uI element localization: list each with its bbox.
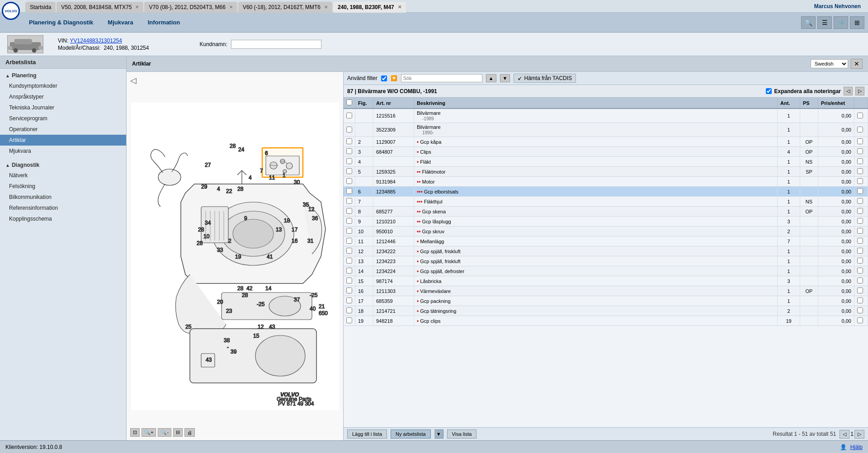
customer-name-input[interactable] — [231, 40, 321, 49]
zoom-reset-btn[interactable]: ⊟ — [173, 428, 183, 437]
row-add-cell[interactable] — [854, 306, 868, 316]
sidebar-item-artiklar[interactable]: Artiklar — [0, 135, 126, 146]
row-add-cell[interactable] — [854, 246, 868, 256]
table-row[interactable]: 17 685359 • Gcp packning 1 0,00 — [344, 296, 868, 306]
sidebar-item-operationer[interactable]: Operationer — [0, 124, 126, 135]
row-add-checkbox[interactable] — [857, 238, 863, 244]
row-add-checkbox[interactable] — [857, 113, 863, 118]
table-row[interactable]: 7 ••• Fläkthjul 1 NS 0,00 — [344, 197, 868, 207]
search-input[interactable] — [401, 74, 482, 82]
row-checkbox[interactable] — [346, 307, 352, 313]
row-checkbox-cell[interactable] — [344, 256, 355, 266]
row-checkbox[interactable] — [346, 317, 352, 323]
row-add-cell[interactable] — [854, 226, 868, 236]
row-checkbox[interactable] — [346, 297, 352, 303]
row-checkbox-cell[interactable] — [344, 266, 355, 276]
row-checkbox-cell[interactable] — [344, 177, 355, 187]
row-checkbox[interactable] — [346, 198, 352, 204]
row-checkbox[interactable] — [346, 148, 352, 154]
nav-mjukvara[interactable]: Mjukvara — [104, 17, 137, 28]
sidebar-item-natverk[interactable]: Nätverk — [0, 170, 126, 181]
tab-startsida[interactable]: Startsida — [25, 2, 56, 13]
row-checkbox-cell[interactable] — [344, 246, 355, 256]
row-checkbox-cell[interactable] — [344, 316, 355, 326]
row-checkbox-cell[interactable] — [344, 187, 355, 197]
row-checkbox-cell[interactable] — [344, 167, 355, 177]
table-row[interactable]: 3522309 Bilvärmare1990- 1 0,00 — [344, 123, 868, 137]
row-checkbox[interactable] — [346, 278, 352, 283]
row-add-cell[interactable] — [854, 266, 868, 276]
zoom-in-btn[interactable]: 🔍+ — [142, 428, 156, 437]
row-add-checkbox[interactable] — [857, 168, 863, 174]
row-add-checkbox[interactable] — [857, 198, 863, 204]
row-add-cell[interactable] — [854, 109, 868, 123]
row-add-cell[interactable] — [854, 286, 868, 296]
row-checkbox-cell[interactable] — [344, 207, 355, 217]
zoom-fit-btn[interactable]: ⊡ — [130, 428, 140, 437]
row-add-checkbox[interactable] — [857, 178, 863, 184]
table-row[interactable]: 9 1210210 •• Gcp låsplugg 3 0,00 — [344, 217, 868, 226]
nav-next-btn[interactable]: ▷ — [855, 87, 864, 95]
row-checkbox-cell[interactable] — [344, 217, 355, 226]
row-add-cell[interactable] — [854, 123, 868, 137]
menu-icon[interactable]: ☰ — [817, 16, 832, 29]
row-checkbox[interactable] — [346, 268, 352, 274]
prev-page-btn[interactable]: ◁ — [840, 430, 849, 439]
row-add-checkbox[interactable] — [857, 127, 863, 132]
table-row[interactable]: 10 950010 •• Gcp skruv 2 0,00 — [344, 226, 868, 236]
nav-information[interactable]: Information — [144, 17, 184, 28]
table-row[interactable]: 3 684807 • Clips 4 OP 0,00 — [344, 147, 868, 157]
row-add-checkbox[interactable] — [857, 228, 863, 234]
table-row[interactable]: 14 1234224 • Gcp spjäll, defroster 1 0,0… — [344, 266, 868, 276]
sidebar-item-serviceprogram[interactable]: Serviceprogram — [0, 113, 126, 124]
table-row[interactable]: 1215516 Bilvärmare-1989 1 0,00 — [344, 109, 868, 123]
table-row[interactable]: 4 • Fläkt 1 NS 0,00 — [344, 157, 868, 167]
table-row[interactable]: 8 685277 •• Gcp skena 1 OP 0,00 — [344, 207, 868, 217]
row-add-cell[interactable] — [854, 296, 868, 306]
row-add-cell[interactable] — [854, 276, 868, 286]
row-checkbox[interactable] — [346, 288, 352, 293]
content-close-btn[interactable]: ✕ — [851, 59, 863, 69]
next-page-btn[interactable]: ▷ — [854, 430, 864, 439]
expand-all-checkbox[interactable] — [766, 88, 772, 94]
row-checkbox-cell[interactable] — [344, 276, 355, 286]
table-row[interactable]: 12 1234222 • Gcp spjäll, friskluft 1 0,0… — [344, 246, 868, 256]
tab-v50[interactable]: V50, 2008, B4184S8, MTX75 ✕ — [57, 2, 143, 13]
tab-close-v50[interactable]: ✕ — [135, 5, 139, 9]
table-row[interactable]: 19 948218 • Gcp clips 19 0,00 — [344, 316, 868, 326]
table-row[interactable]: 11 1212446 • Mellanlägg 7 0,00 — [344, 236, 868, 246]
zoom-out-btn[interactable]: 🔍- — [158, 428, 171, 437]
tab-v70[interactable]: V70 (08-), 2012, D5204T3, M66 ✕ — [144, 2, 237, 13]
row-add-cell[interactable] — [854, 167, 868, 177]
row-checkbox-cell[interactable] — [344, 236, 355, 246]
print-btn[interactable]: 🖨 — [184, 428, 195, 437]
row-add-checkbox[interactable] — [857, 297, 863, 303]
row-add-cell[interactable] — [854, 157, 868, 167]
row-checkbox-cell[interactable] — [344, 296, 355, 306]
row-checkbox[interactable] — [346, 127, 352, 132]
sidebar-item-felsokning[interactable]: Felsökning — [0, 181, 126, 192]
link-icon[interactable]: 🔗 — [834, 16, 848, 29]
row-checkbox[interactable] — [346, 138, 352, 144]
table-row[interactable]: 15 987174 • Låsbricka 3 0,00 — [344, 276, 868, 286]
row-checkbox[interactable] — [346, 113, 352, 118]
language-select[interactable]: Swedish English Finnish Norwegian Danish — [811, 59, 848, 68]
select-all-checkbox[interactable] — [346, 99, 352, 105]
row-add-checkbox[interactable] — [857, 188, 863, 194]
sidebar-item-mjukvara[interactable]: Mjukvara — [0, 146, 126, 156]
table-row[interactable]: 16 1211303 • Värmeväxlare 1 OP 0,00 — [344, 286, 868, 296]
row-checkbox-cell[interactable] — [344, 137, 355, 147]
row-add-cell[interactable] — [854, 236, 868, 246]
show-list-button[interactable]: Visa lista — [447, 429, 477, 439]
row-add-cell[interactable] — [854, 137, 868, 147]
row-add-checkbox[interactable] — [857, 208, 863, 214]
search-down-btn[interactable]: ▼ — [500, 74, 510, 82]
row-add-checkbox[interactable] — [857, 148, 863, 154]
row-checkbox-cell[interactable] — [344, 109, 355, 123]
row-checkbox[interactable] — [346, 158, 352, 164]
row-add-cell[interactable] — [854, 187, 868, 197]
row-checkbox[interactable] — [346, 218, 352, 224]
row-checkbox-cell[interactable] — [344, 226, 355, 236]
row-add-checkbox[interactable] — [857, 288, 863, 293]
row-checkbox-cell[interactable] — [344, 286, 355, 296]
